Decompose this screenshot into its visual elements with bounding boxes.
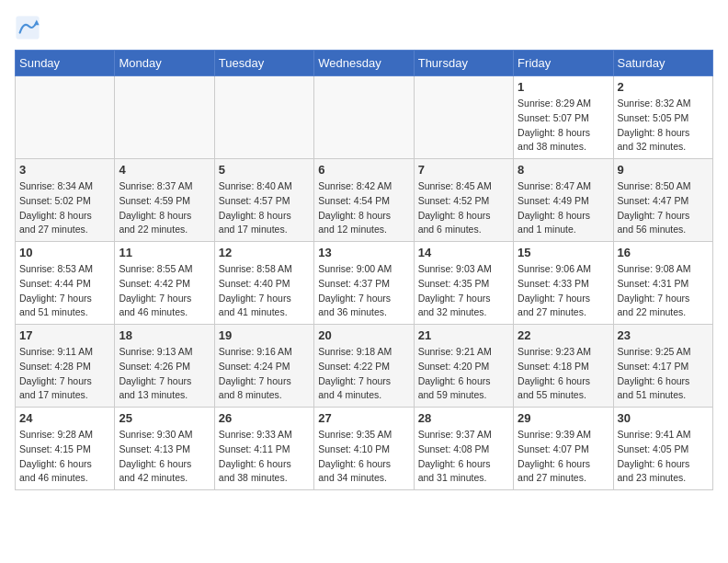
calendar-cell: 27Sunrise: 9:35 AMSunset: 4:10 PMDayligh…: [314, 408, 414, 490]
day-number: 30: [618, 411, 709, 425]
day-number: 22: [518, 328, 609, 342]
day-info: Sunrise: 8:45 AMSunset: 4:52 PMDaylight:…: [418, 179, 509, 237]
day-number: 9: [618, 163, 709, 177]
calendar-cell: 18Sunrise: 9:13 AMSunset: 4:26 PMDayligh…: [115, 325, 214, 408]
calendar-header-wednesday: Wednesday: [314, 51, 414, 76]
calendar-cell: [214, 76, 313, 159]
calendar-cell: 22Sunrise: 9:23 AMSunset: 4:18 PMDayligh…: [514, 325, 613, 408]
calendar-cell: 21Sunrise: 9:21 AMSunset: 4:20 PMDayligh…: [414, 325, 513, 408]
calendar-header-sunday: Sunday: [16, 51, 115, 76]
day-number: 19: [219, 328, 310, 342]
day-number: 28: [418, 411, 509, 425]
day-info: Sunrise: 9:39 AMSunset: 4:07 PMDaylight:…: [518, 428, 609, 486]
day-number: 14: [418, 246, 509, 259]
calendar-cell: 6Sunrise: 8:42 AMSunset: 4:54 PMDaylight…: [314, 159, 414, 242]
calendar-header-thursday: Thursday: [414, 51, 513, 76]
calendar-cell: 12Sunrise: 8:58 AMSunset: 4:40 PMDayligh…: [214, 242, 313, 325]
calendar-cell: 26Sunrise: 9:33 AMSunset: 4:11 PMDayligh…: [214, 408, 313, 490]
calendar-cell: 2Sunrise: 8:32 AMSunset: 5:05 PMDaylight…: [613, 76, 712, 159]
day-info: Sunrise: 8:34 AMSunset: 5:02 PMDaylight:…: [19, 179, 110, 237]
day-info: Sunrise: 8:47 AMSunset: 4:49 PMDaylight:…: [518, 179, 609, 237]
day-info: Sunrise: 8:29 AMSunset: 5:07 PMDaylight:…: [518, 97, 609, 155]
calendar-week-row: 10Sunrise: 8:53 AMSunset: 4:44 PMDayligh…: [16, 242, 713, 325]
calendar: SundayMondayTuesdayWednesdayThursdayFrid…: [15, 50, 713, 490]
day-number: 23: [618, 328, 709, 342]
calendar-header-row: SundayMondayTuesdayWednesdayThursdayFrid…: [16, 51, 713, 76]
calendar-cell: 8Sunrise: 8:47 AMSunset: 4:49 PMDaylight…: [514, 159, 613, 242]
day-number: 12: [219, 246, 310, 259]
calendar-header-friday: Friday: [514, 51, 613, 76]
day-info: Sunrise: 8:50 AMSunset: 4:47 PMDaylight:…: [618, 179, 709, 237]
day-info: Sunrise: 9:23 AMSunset: 4:18 PMDaylight:…: [518, 345, 609, 403]
svg-rect-0: [16, 16, 39, 39]
calendar-cell: 14Sunrise: 9:03 AMSunset: 4:35 PMDayligh…: [414, 242, 513, 325]
day-info: Sunrise: 8:32 AMSunset: 5:05 PMDaylight:…: [618, 97, 709, 155]
day-info: Sunrise: 9:11 AMSunset: 4:28 PMDaylight:…: [19, 345, 110, 403]
calendar-cell: 16Sunrise: 9:08 AMSunset: 4:31 PMDayligh…: [613, 242, 712, 325]
calendar-cell: 20Sunrise: 9:18 AMSunset: 4:22 PMDayligh…: [314, 325, 414, 408]
day-number: 11: [119, 246, 210, 259]
calendar-cell: 7Sunrise: 8:45 AMSunset: 4:52 PMDaylight…: [414, 159, 513, 242]
calendar-week-row: 3Sunrise: 8:34 AMSunset: 5:02 PMDaylight…: [16, 159, 713, 242]
day-info: Sunrise: 8:37 AMSunset: 4:59 PMDaylight:…: [119, 179, 210, 237]
calendar-week-row: 1Sunrise: 8:29 AMSunset: 5:07 PMDaylight…: [16, 76, 713, 159]
day-number: 3: [19, 163, 110, 177]
day-info: Sunrise: 8:55 AMSunset: 4:42 PMDaylight:…: [119, 262, 210, 320]
calendar-cell: 30Sunrise: 9:41 AMSunset: 4:05 PMDayligh…: [613, 408, 712, 490]
day-number: 4: [119, 163, 210, 177]
day-info: Sunrise: 9:16 AMSunset: 4:24 PMDaylight:…: [219, 345, 310, 403]
calendar-cell: [314, 76, 414, 159]
logo: [15, 15, 44, 40]
day-info: Sunrise: 9:13 AMSunset: 4:26 PMDaylight:…: [119, 345, 210, 403]
calendar-cell: 15Sunrise: 9:06 AMSunset: 4:33 PMDayligh…: [514, 242, 613, 325]
day-info: Sunrise: 9:18 AMSunset: 4:22 PMDaylight:…: [318, 345, 409, 403]
calendar-week-row: 24Sunrise: 9:28 AMSunset: 4:15 PMDayligh…: [16, 408, 713, 490]
day-number: 8: [518, 163, 609, 177]
day-number: 25: [119, 411, 210, 425]
day-number: 18: [119, 328, 210, 342]
calendar-header-saturday: Saturday: [613, 51, 712, 76]
day-number: 15: [518, 246, 609, 259]
calendar-cell: 24Sunrise: 9:28 AMSunset: 4:15 PMDayligh…: [16, 408, 115, 490]
day-number: 17: [19, 328, 110, 342]
day-info: Sunrise: 9:35 AMSunset: 4:10 PMDaylight:…: [318, 428, 409, 486]
calendar-cell: 3Sunrise: 8:34 AMSunset: 5:02 PMDaylight…: [16, 159, 115, 242]
calendar-cell: 29Sunrise: 9:39 AMSunset: 4:07 PMDayligh…: [514, 408, 613, 490]
calendar-cell: [16, 76, 115, 159]
day-number: 29: [518, 411, 609, 425]
day-number: 7: [418, 163, 509, 177]
day-info: Sunrise: 9:00 AMSunset: 4:37 PMDaylight:…: [318, 262, 409, 320]
calendar-cell: 5Sunrise: 8:40 AMSunset: 4:57 PMDaylight…: [214, 159, 313, 242]
calendar-cell: 1Sunrise: 8:29 AMSunset: 5:07 PMDaylight…: [514, 76, 613, 159]
day-info: Sunrise: 8:40 AMSunset: 4:57 PMDaylight:…: [219, 179, 310, 237]
day-number: 21: [418, 328, 509, 342]
calendar-cell: 9Sunrise: 8:50 AMSunset: 4:47 PMDaylight…: [613, 159, 712, 242]
day-info: Sunrise: 9:08 AMSunset: 4:31 PMDaylight:…: [618, 262, 709, 320]
day-number: 13: [318, 246, 409, 259]
day-info: Sunrise: 9:28 AMSunset: 4:15 PMDaylight:…: [19, 428, 110, 486]
calendar-cell: [414, 76, 513, 159]
day-number: 10: [19, 246, 110, 259]
day-number: 6: [318, 163, 409, 177]
day-info: Sunrise: 9:30 AMSunset: 4:13 PMDaylight:…: [119, 428, 210, 486]
header: [15, 15, 713, 40]
calendar-week-row: 17Sunrise: 9:11 AMSunset: 4:28 PMDayligh…: [16, 325, 713, 408]
calendar-cell: 28Sunrise: 9:37 AMSunset: 4:08 PMDayligh…: [414, 408, 513, 490]
calendar-cell: 4Sunrise: 8:37 AMSunset: 4:59 PMDaylight…: [115, 159, 214, 242]
day-info: Sunrise: 9:33 AMSunset: 4:11 PMDaylight:…: [219, 428, 310, 486]
day-info: Sunrise: 9:06 AMSunset: 4:33 PMDaylight:…: [518, 262, 609, 320]
day-number: 20: [318, 328, 409, 342]
day-number: 16: [618, 246, 709, 259]
day-info: Sunrise: 9:03 AMSunset: 4:35 PMDaylight:…: [418, 262, 509, 320]
day-number: 2: [618, 80, 709, 94]
calendar-cell: [115, 76, 214, 159]
logo-icon: [15, 15, 40, 40]
day-info: Sunrise: 8:58 AMSunset: 4:40 PMDaylight:…: [219, 262, 310, 320]
day-info: Sunrise: 8:53 AMSunset: 4:44 PMDaylight:…: [19, 262, 110, 320]
calendar-cell: 19Sunrise: 9:16 AMSunset: 4:24 PMDayligh…: [214, 325, 313, 408]
calendar-cell: 23Sunrise: 9:25 AMSunset: 4:17 PMDayligh…: [613, 325, 712, 408]
day-number: 1: [518, 80, 609, 94]
calendar-header-monday: Monday: [115, 51, 214, 76]
day-info: Sunrise: 9:37 AMSunset: 4:08 PMDaylight:…: [418, 428, 509, 486]
calendar-cell: 11Sunrise: 8:55 AMSunset: 4:42 PMDayligh…: [115, 242, 214, 325]
